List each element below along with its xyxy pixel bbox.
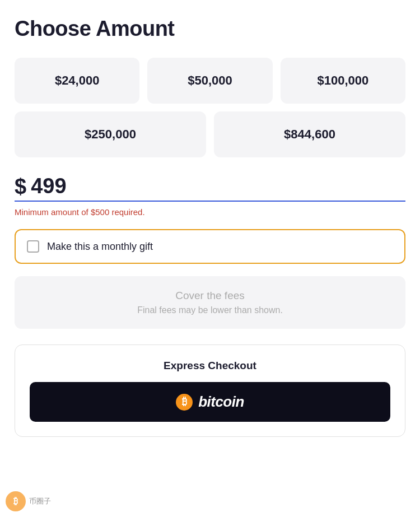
bitcoin-icon: ₿ bbox=[176, 394, 193, 411]
custom-amount-input[interactable] bbox=[31, 174, 405, 198]
error-message: Minimum amount of $500 required. bbox=[15, 207, 405, 217]
bitcoin-label: bitcoin bbox=[198, 393, 244, 411]
monthly-gift-box[interactable]: Make this a monthly gift bbox=[15, 229, 405, 264]
page-title: Choose Amount bbox=[15, 17, 405, 41]
cover-fees-title: Cover the fees bbox=[26, 290, 394, 302]
amount-btn-50000[interactable]: $50,000 bbox=[147, 58, 272, 104]
amount-btn-844600[interactable]: $844,600 bbox=[214, 111, 405, 157]
dollar-sign: $ bbox=[15, 176, 26, 197]
cover-fees-box: Cover the fees Final fees may be lower t… bbox=[15, 276, 405, 329]
amount-options-row2: $250,000 $844,600 bbox=[15, 111, 405, 157]
monthly-gift-checkbox[interactable] bbox=[27, 240, 39, 253]
amount-btn-24000[interactable]: $24,000 bbox=[15, 58, 139, 104]
monthly-gift-label: Make this a monthly gift bbox=[47, 241, 153, 253]
cover-fees-subtitle: Final fees may be lower than shown. bbox=[26, 305, 394, 315]
amount-btn-100000[interactable]: $100,000 bbox=[281, 58, 405, 104]
amount-options-row1: $24,000 $50,000 $100,000 bbox=[15, 58, 405, 104]
watermark-circle-icon: ₿ bbox=[6, 491, 26, 511]
express-checkout-title: Express Checkout bbox=[30, 360, 390, 372]
watermark: ₿ 币圈子 bbox=[6, 491, 51, 511]
bitcoin-button[interactable]: ₿ bitcoin bbox=[30, 382, 390, 422]
amount-btn-250000[interactable]: $250,000 bbox=[15, 111, 206, 157]
custom-amount-wrapper: $ bbox=[15, 174, 405, 202]
express-checkout-box: Express Checkout ₿ bitcoin bbox=[15, 344, 405, 437]
watermark-text: 币圈子 bbox=[29, 496, 51, 506]
